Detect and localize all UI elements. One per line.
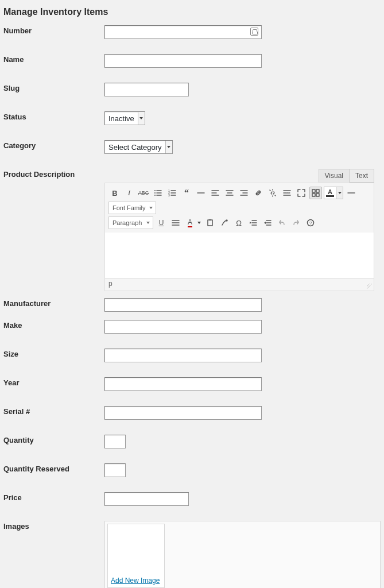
svg-text:3: 3 xyxy=(168,194,170,197)
label-make: Make xyxy=(3,320,104,330)
chevron-down-icon xyxy=(167,146,170,148)
field-row-category: Category Select Category xyxy=(3,140,381,154)
toolbar-toggle-icon[interactable] xyxy=(309,187,322,199)
label-size: Size xyxy=(3,349,104,358)
field-row-price: Price xyxy=(3,492,381,506)
status-select-value: Inactive xyxy=(105,114,138,123)
chevron-down-icon xyxy=(139,117,143,119)
underline-icon[interactable]: U xyxy=(155,216,168,229)
tab-text[interactable]: Text xyxy=(350,169,374,183)
label-description: Product Description xyxy=(3,169,104,179)
images-box: Add New Image xyxy=(104,521,381,588)
svg-marker-39 xyxy=(250,222,251,224)
label-status: Status xyxy=(3,111,104,121)
svg-rect-25 xyxy=(312,189,315,192)
tab-visual[interactable]: Visual xyxy=(319,169,350,183)
field-row-number: Number xyxy=(3,25,381,39)
font-family-select[interactable]: Font Family xyxy=(108,202,156,214)
paragraph-format-select[interactable]: Paragraph xyxy=(108,216,153,229)
category-select-value: Select Category xyxy=(105,143,165,152)
quantity-input[interactable] xyxy=(104,435,126,448)
resize-handle-icon[interactable] xyxy=(367,284,373,289)
bold-icon[interactable]: B xyxy=(108,187,121,199)
align-right-icon[interactable] xyxy=(238,187,250,199)
blockquote-icon[interactable]: “ xyxy=(180,187,193,199)
align-center-icon[interactable] xyxy=(223,187,236,199)
svg-rect-26 xyxy=(316,189,319,192)
svg-rect-27 xyxy=(312,194,315,196)
field-row-make: Make xyxy=(3,320,381,334)
field-row-size: Size xyxy=(3,349,381,362)
text-color-swatch[interactable]: A xyxy=(324,187,336,199)
contact-card-icon xyxy=(250,28,258,36)
label-name: Name xyxy=(3,54,104,64)
svg-rect-34 xyxy=(209,219,211,220)
year-input[interactable] xyxy=(104,377,262,391)
editor-content-area[interactable] xyxy=(104,233,374,278)
label-slug: Slug xyxy=(3,83,104,92)
chevron-down-icon xyxy=(149,207,153,209)
label-serial: Serial # xyxy=(3,406,104,416)
size-input[interactable] xyxy=(104,349,262,362)
field-row-description: Product Description Visual Text B I ABC … xyxy=(3,169,381,291)
field-row-year: Year xyxy=(3,377,381,391)
label-category: Category xyxy=(3,140,104,150)
manufacturer-input[interactable] xyxy=(104,298,262,312)
bulleted-list-icon[interactable] xyxy=(152,187,164,199)
outdent-icon[interactable] xyxy=(247,216,259,229)
number-input[interactable] xyxy=(104,25,262,39)
make-input[interactable] xyxy=(104,320,262,334)
slug-input[interactable] xyxy=(104,83,189,96)
label-price: Price xyxy=(3,492,104,502)
label-images: Images xyxy=(3,521,104,531)
field-row-manufacturer: Manufacturer xyxy=(3,298,381,312)
svg-point-4 xyxy=(154,195,156,196)
price-input[interactable] xyxy=(104,492,189,506)
undo-icon[interactable] xyxy=(276,216,288,229)
svg-point-2 xyxy=(154,192,156,194)
help-icon[interactable]: ? xyxy=(304,216,317,229)
name-input[interactable] xyxy=(104,54,262,68)
font-color-dropdown[interactable] xyxy=(196,216,202,229)
category-select[interactable]: Select Category xyxy=(104,140,173,154)
indent-icon[interactable] xyxy=(261,216,274,229)
unlink-icon[interactable] xyxy=(266,187,279,199)
paragraph-format-label: Paragraph xyxy=(113,219,142,226)
status-select[interactable]: Inactive xyxy=(104,111,145,125)
paste-text-icon[interactable] xyxy=(204,216,216,229)
align-left-icon[interactable] xyxy=(209,187,222,199)
remove-formatting-icon[interactable] xyxy=(345,187,358,199)
fullscreen-icon[interactable] xyxy=(295,187,308,199)
quantity-reserved-input[interactable] xyxy=(104,463,126,477)
font-color-icon[interactable]: A xyxy=(184,216,196,229)
insert-more-icon[interactable] xyxy=(281,187,293,199)
label-quantity: Quantity xyxy=(3,435,104,444)
special-character-icon[interactable]: Ω xyxy=(232,216,245,229)
field-row-images: Images Add New Image xyxy=(3,521,381,588)
editor-tabs: Visual Text xyxy=(104,169,374,183)
strikethrough-icon[interactable]: ABC xyxy=(137,187,150,199)
field-row-slug: Slug xyxy=(3,83,381,96)
svg-text:?: ? xyxy=(309,220,312,226)
horizontal-rule-icon[interactable] xyxy=(195,187,207,199)
editor-status-path: p xyxy=(108,280,113,288)
text-color-dropdown[interactable] xyxy=(336,187,343,199)
redo-icon[interactable] xyxy=(290,216,302,229)
add-new-image-link[interactable]: Add New Image xyxy=(111,577,160,585)
link-icon[interactable] xyxy=(252,187,265,199)
svg-rect-28 xyxy=(316,194,319,196)
svg-rect-33 xyxy=(208,220,212,226)
field-row-name: Name xyxy=(3,54,381,68)
editor-toolbar: B I ABC 123 “ A xyxy=(104,183,374,233)
field-row-serial: Serial # xyxy=(3,406,381,420)
clear-formatting-icon[interactable] xyxy=(218,216,231,229)
serial-input[interactable] xyxy=(104,406,262,420)
image-thumb-add[interactable]: Add New Image xyxy=(107,524,165,588)
svg-marker-43 xyxy=(264,222,266,224)
label-number: Number xyxy=(3,25,104,35)
italic-icon[interactable]: I xyxy=(123,187,135,199)
numbered-list-icon[interactable]: 123 xyxy=(166,187,179,199)
field-row-quantity: Quantity xyxy=(3,435,381,448)
label-qty-reserved: Quantity Reserved xyxy=(3,463,104,473)
align-justify-icon[interactable] xyxy=(169,216,182,229)
